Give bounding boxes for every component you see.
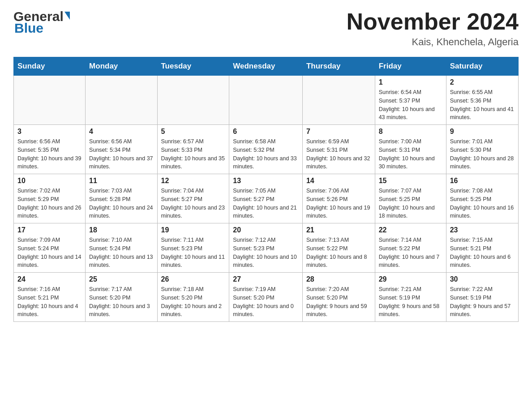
calendar-cell: 19Sunrise: 7:11 AMSunset: 5:23 PMDayligh… <box>157 223 229 273</box>
day-number: 5 <box>161 128 226 136</box>
calendar-cell <box>229 76 303 125</box>
day-number: 10 <box>17 177 82 185</box>
sun-info: Sunrise: 7:04 AMSunset: 5:27 PMDaylight:… <box>161 187 226 220</box>
sun-info: Sunrise: 7:15 AMSunset: 5:21 PMDaylight:… <box>450 236 515 270</box>
sun-info: Sunrise: 7:22 AMSunset: 5:19 PMDaylight:… <box>450 285 515 319</box>
calendar-cell: 15Sunrise: 7:07 AMSunset: 5:25 PMDayligh… <box>375 174 446 223</box>
calendar-cell: 24Sunrise: 7:16 AMSunset: 5:21 PMDayligh… <box>14 273 86 322</box>
day-number: 9 <box>450 128 515 136</box>
calendar-cell: 5Sunrise: 6:57 AMSunset: 5:33 PMDaylight… <box>157 125 229 174</box>
sun-info: Sunrise: 7:19 AMSunset: 5:20 PMDaylight:… <box>233 285 299 319</box>
day-number: 15 <box>379 177 442 185</box>
sun-info: Sunrise: 6:59 AMSunset: 5:31 PMDaylight:… <box>306 137 371 171</box>
calendar-cell: 6Sunrise: 6:58 AMSunset: 5:32 PMDaylight… <box>229 125 303 174</box>
calendar-cell: 25Sunrise: 7:17 AMSunset: 5:20 PMDayligh… <box>86 273 157 322</box>
header: General Blue November 2024 Kais, Khenche… <box>13 9 519 48</box>
day-number: 21 <box>306 226 371 234</box>
title-section: November 2024 Kais, Khenchela, Algeria <box>347 9 519 48</box>
day-number: 29 <box>379 275 442 283</box>
sun-info: Sunrise: 7:20 AMSunset: 5:20 PMDaylight:… <box>306 285 371 319</box>
sun-info: Sunrise: 7:12 AMSunset: 5:23 PMDaylight:… <box>233 236 299 270</box>
column-header-saturday: Saturday <box>446 57 518 76</box>
day-number: 12 <box>161 177 226 185</box>
sun-info: Sunrise: 6:56 AMSunset: 5:34 PMDaylight:… <box>89 137 153 171</box>
month-year-title: November 2024 <box>347 9 519 34</box>
column-header-thursday: Thursday <box>302 57 375 76</box>
sun-info: Sunrise: 6:55 AMSunset: 5:36 PMDaylight:… <box>450 88 515 122</box>
sun-info: Sunrise: 7:02 AMSunset: 5:29 PMDaylight:… <box>17 187 82 220</box>
sun-info: Sunrise: 6:57 AMSunset: 5:33 PMDaylight:… <box>161 137 226 171</box>
column-header-tuesday: Tuesday <box>157 57 229 76</box>
calendar-cell: 30Sunrise: 7:22 AMSunset: 5:19 PMDayligh… <box>446 273 518 322</box>
calendar-cell <box>302 76 375 125</box>
calendar-cell: 26Sunrise: 7:18 AMSunset: 5:20 PMDayligh… <box>157 273 229 322</box>
calendar-cell: 28Sunrise: 7:20 AMSunset: 5:20 PMDayligh… <box>302 273 375 322</box>
sun-info: Sunrise: 7:21 AMSunset: 5:19 PMDaylight:… <box>379 285 442 319</box>
day-number: 1 <box>379 78 442 86</box>
calendar-cell: 13Sunrise: 7:05 AMSunset: 5:27 PMDayligh… <box>229 174 303 223</box>
calendar-cell: 22Sunrise: 7:14 AMSunset: 5:22 PMDayligh… <box>375 223 446 273</box>
day-number: 19 <box>161 226 226 234</box>
calendar-cell: 29Sunrise: 7:21 AMSunset: 5:19 PMDayligh… <box>375 273 446 322</box>
column-header-monday: Monday <box>86 57 157 76</box>
location-subtitle: Kais, Khenchela, Algeria <box>347 36 519 48</box>
calendar-cell: 20Sunrise: 7:12 AMSunset: 5:23 PMDayligh… <box>229 223 303 273</box>
calendar-cell: 18Sunrise: 7:10 AMSunset: 5:24 PMDayligh… <box>86 223 157 273</box>
calendar-cell: 7Sunrise: 6:59 AMSunset: 5:31 PMDaylight… <box>302 125 375 174</box>
logo-triangle-icon <box>64 12 70 20</box>
sun-info: Sunrise: 7:18 AMSunset: 5:20 PMDaylight:… <box>161 285 226 319</box>
calendar-cell: 2Sunrise: 6:55 AMSunset: 5:36 PMDaylight… <box>446 76 518 125</box>
sun-info: Sunrise: 7:07 AMSunset: 5:25 PMDaylight:… <box>379 187 442 220</box>
sun-info: Sunrise: 7:14 AMSunset: 5:22 PMDaylight:… <box>379 236 442 270</box>
calendar-cell <box>157 76 229 125</box>
week-row-1: 1Sunrise: 6:54 AMSunset: 5:37 PMDaylight… <box>14 76 519 125</box>
day-number: 2 <box>450 78 515 86</box>
day-number: 13 <box>233 177 299 185</box>
sun-info: Sunrise: 7:08 AMSunset: 5:25 PMDaylight:… <box>450 187 515 220</box>
calendar-cell: 10Sunrise: 7:02 AMSunset: 5:29 PMDayligh… <box>14 174 86 223</box>
calendar-cell: 21Sunrise: 7:13 AMSunset: 5:22 PMDayligh… <box>302 223 375 273</box>
day-number: 30 <box>450 275 515 283</box>
sun-info: Sunrise: 7:10 AMSunset: 5:24 PMDaylight:… <box>89 236 153 270</box>
sun-info: Sunrise: 6:56 AMSunset: 5:35 PMDaylight:… <box>17 137 82 171</box>
sun-info: Sunrise: 6:54 AMSunset: 5:37 PMDaylight:… <box>379 88 442 122</box>
sun-info: Sunrise: 7:03 AMSunset: 5:28 PMDaylight:… <box>89 187 153 220</box>
sun-info: Sunrise: 7:09 AMSunset: 5:24 PMDaylight:… <box>17 236 82 270</box>
day-number: 18 <box>89 226 153 234</box>
sun-info: Sunrise: 6:58 AMSunset: 5:32 PMDaylight:… <box>233 137 299 171</box>
week-row-3: 10Sunrise: 7:02 AMSunset: 5:29 PMDayligh… <box>14 174 519 223</box>
day-number: 20 <box>233 226 299 234</box>
day-number: 6 <box>233 128 299 136</box>
week-row-4: 17Sunrise: 7:09 AMSunset: 5:24 PMDayligh… <box>14 223 519 273</box>
calendar-cell: 1Sunrise: 6:54 AMSunset: 5:37 PMDaylight… <box>375 76 446 125</box>
day-number: 17 <box>17 226 82 234</box>
day-number: 23 <box>450 226 515 234</box>
day-number: 7 <box>306 128 371 136</box>
sun-info: Sunrise: 7:13 AMSunset: 5:22 PMDaylight:… <box>306 236 371 270</box>
sun-info: Sunrise: 7:11 AMSunset: 5:23 PMDaylight:… <box>161 236 226 270</box>
day-number: 26 <box>161 275 226 283</box>
day-number: 16 <box>450 177 515 185</box>
day-number: 14 <box>306 177 371 185</box>
calendar-cell: 17Sunrise: 7:09 AMSunset: 5:24 PMDayligh… <box>14 223 86 273</box>
week-row-5: 24Sunrise: 7:16 AMSunset: 5:21 PMDayligh… <box>14 273 519 322</box>
day-number: 22 <box>379 226 442 234</box>
day-number: 3 <box>17 128 82 136</box>
calendar-cell: 3Sunrise: 6:56 AMSunset: 5:35 PMDaylight… <box>14 125 86 174</box>
sun-info: Sunrise: 7:06 AMSunset: 5:26 PMDaylight:… <box>306 187 371 220</box>
day-number: 8 <box>379 128 442 136</box>
column-header-friday: Friday <box>375 57 446 76</box>
day-number: 27 <box>233 275 299 283</box>
calendar-cell: 27Sunrise: 7:19 AMSunset: 5:20 PMDayligh… <box>229 273 303 322</box>
calendar-cell <box>14 76 86 125</box>
calendar-cell: 16Sunrise: 7:08 AMSunset: 5:25 PMDayligh… <box>446 174 518 223</box>
sun-info: Sunrise: 7:00 AMSunset: 5:31 PMDaylight:… <box>379 137 442 171</box>
sun-info: Sunrise: 7:16 AMSunset: 5:21 PMDaylight:… <box>17 285 82 319</box>
calendar-cell: 4Sunrise: 6:56 AMSunset: 5:34 PMDaylight… <box>86 125 157 174</box>
sun-info: Sunrise: 7:05 AMSunset: 5:27 PMDaylight:… <box>233 187 299 220</box>
calendar-cell: 9Sunrise: 7:01 AMSunset: 5:30 PMDaylight… <box>446 125 518 174</box>
calendar-table: SundayMondayTuesdayWednesdayThursdayFrid… <box>13 57 519 322</box>
column-header-sunday: Sunday <box>14 57 86 76</box>
calendar-cell <box>86 76 157 125</box>
calendar-header-row: SundayMondayTuesdayWednesdayThursdayFrid… <box>14 57 519 76</box>
